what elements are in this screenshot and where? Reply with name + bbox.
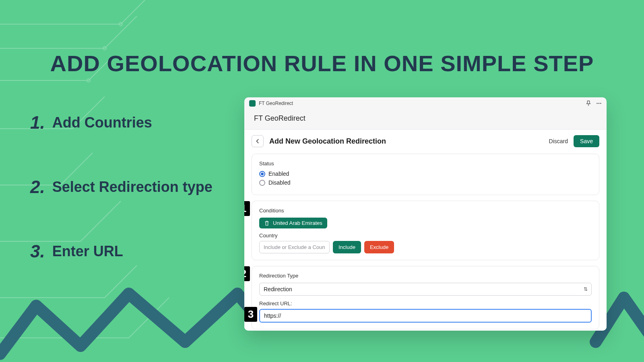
panel-title: FT GeoRedirect [244,109,607,129]
arrow-left-icon [255,138,260,144]
annotation-badge-1: 1 [244,201,250,216]
redirection-type-value: Redirection [259,283,592,296]
step-list: 1. Add Countries 2. Select Redirection t… [30,113,213,306]
svg-point-5 [600,103,601,104]
status-section-label: Status [259,160,592,167]
step-item-3: 3. Enter URL [30,241,213,261]
annotation-badge-2: 2 [244,266,250,281]
step-item-1: 1. Add Countries [30,113,213,133]
conditions-card: 1 Conditions United Arab Emirates Countr… [252,201,599,260]
country-chip-label: United Arab Emirates [273,220,322,226]
more-icon[interactable] [596,101,602,106]
redirection-card: 2 Redirection Type Redirection ⇅ 3 Redir… [252,266,599,329]
svg-point-0 [119,23,122,26]
include-button[interactable]: Include [333,241,361,253]
status-card: Status Enabled Disabled [252,154,599,195]
save-button[interactable]: Save [574,135,599,147]
step-label: Enter URL [52,243,123,260]
annotation-badge-3: 3 [244,307,257,322]
exclude-button[interactable]: Exclude [364,241,394,253]
status-disabled-option[interactable]: Disabled [259,179,592,186]
pin-icon[interactable] [586,101,591,106]
step-number: 2. [30,177,45,197]
svg-point-4 [599,103,599,104]
discard-button[interactable]: Discard [549,138,568,144]
app-logo-icon [249,100,256,107]
app-frame: FT GeoRedirect FT GeoRedirect Add New Ge… [244,97,607,331]
step-item-2: 2. Select Redirection type [30,177,213,197]
back-button[interactable] [252,135,264,147]
country-input[interactable] [259,241,330,253]
svg-point-2 [87,79,90,82]
redirection-type-label: Redirection Type [259,273,592,279]
app-topbar: FT GeoRedirect [244,97,607,109]
step-number: 3. [30,241,45,261]
redirection-type-select[interactable]: Redirection ⇅ [259,283,592,296]
redirect-url-label: Redirect URL: [259,300,592,306]
step-number: 1. [30,113,45,133]
radio-icon [259,180,265,186]
redirect-url-input[interactable] [259,309,592,323]
country-chip[interactable]: United Arab Emirates [259,218,327,228]
page-title: Add New Geolocation Redirection [269,137,386,146]
status-enabled-option[interactable]: Enabled [259,171,592,177]
svg-point-1 [103,47,106,50]
chevron-updown-icon: ⇅ [584,286,588,292]
trash-icon [264,220,270,226]
step-label: Select Redirection type [52,179,213,195]
svg-point-3 [597,103,597,104]
app-topbar-title: FT GeoRedirect [259,101,293,106]
conditions-section-label: Conditions [259,208,592,214]
step-label: Add Countries [52,114,152,131]
radio-label: Enabled [268,171,289,177]
radio-label: Disabled [268,179,290,186]
country-field-label: Country [259,232,592,239]
radio-icon [259,171,265,177]
slide-headline: ADD GEOLOCATION RULE IN ONE SIMPLE STEP [0,50,644,76]
